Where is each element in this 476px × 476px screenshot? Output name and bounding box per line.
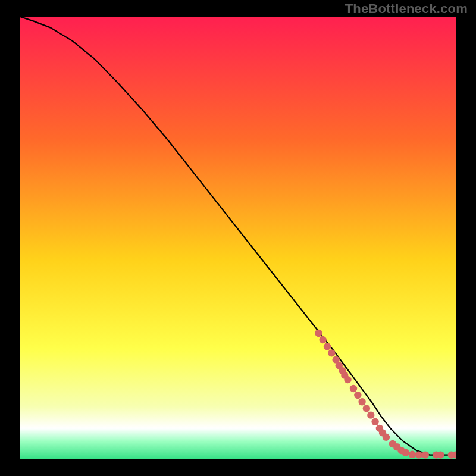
data-point xyxy=(383,434,390,441)
data-point xyxy=(367,411,374,418)
data-point xyxy=(328,349,335,356)
chart-svg xyxy=(20,17,456,459)
gradient-background xyxy=(20,17,456,459)
data-point xyxy=(402,449,409,456)
chart-frame: TheBottleneck.com xyxy=(0,0,476,476)
plot-area xyxy=(20,17,456,459)
watermark-text: TheBottleneck.com xyxy=(345,1,468,17)
data-point xyxy=(354,392,361,399)
data-point xyxy=(358,398,365,405)
data-point xyxy=(371,418,378,425)
data-point xyxy=(324,343,331,350)
data-point xyxy=(363,405,370,412)
data-point xyxy=(422,451,429,458)
data-point xyxy=(315,330,322,337)
data-point xyxy=(320,336,327,343)
data-point xyxy=(344,376,351,383)
data-point xyxy=(415,451,422,458)
data-point xyxy=(350,385,357,392)
data-point xyxy=(437,451,444,458)
data-point xyxy=(409,451,416,458)
